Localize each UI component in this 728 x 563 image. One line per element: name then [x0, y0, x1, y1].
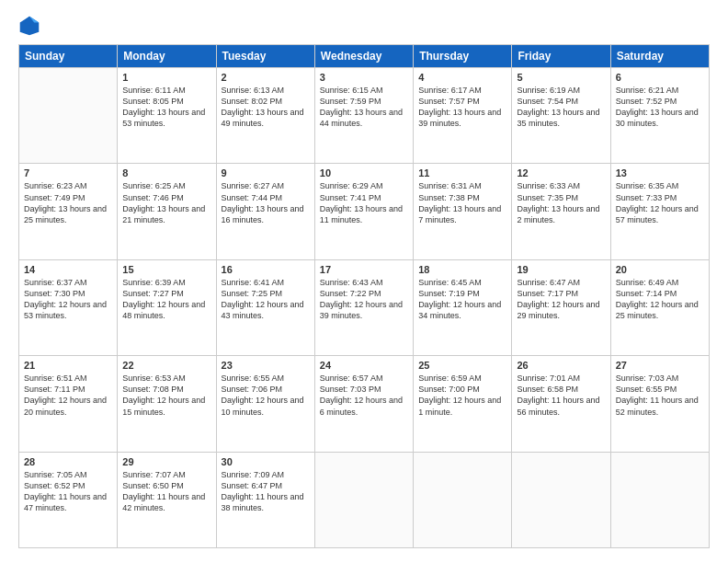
logo-icon	[18, 15, 40, 37]
day-number: 4	[418, 72, 506, 83]
page: SundayMondayTuesdayWednesdayThursdayFrid…	[0, 0, 728, 563]
weekday-header-tuesday: Tuesday	[216, 45, 314, 68]
day-cell: 25Sunrise: 6:59 AMSunset: 7:00 PMDayligh…	[414, 356, 512, 452]
day-number: 21	[24, 360, 112, 371]
day-number: 8	[122, 167, 210, 178]
day-info: Sunrise: 6:21 AMSunset: 7:52 PMDaylight:…	[616, 85, 704, 130]
day-cell: 26Sunrise: 7:01 AMSunset: 6:58 PMDayligh…	[512, 356, 610, 452]
day-info: Sunrise: 7:01 AMSunset: 6:58 PMDaylight:…	[517, 373, 605, 418]
day-info: Sunrise: 6:35 AMSunset: 7:33 PMDaylight:…	[616, 180, 704, 225]
day-number: 10	[320, 167, 408, 178]
day-cell	[512, 452, 610, 547]
day-info: Sunrise: 6:49 AMSunset: 7:14 PMDaylight:…	[616, 277, 704, 322]
week-row-4: 21Sunrise: 6:51 AMSunset: 7:11 PMDayligh…	[19, 356, 710, 452]
day-number: 24	[320, 360, 408, 371]
day-info: Sunrise: 6:19 AMSunset: 7:54 PMDaylight:…	[517, 85, 605, 130]
day-info: Sunrise: 6:45 AMSunset: 7:19 PMDaylight:…	[418, 277, 506, 322]
day-info: Sunrise: 7:05 AMSunset: 6:52 PMDaylight:…	[24, 469, 112, 514]
day-number: 30	[222, 456, 310, 467]
day-cell: 5Sunrise: 6:19 AMSunset: 7:54 PMDaylight…	[512, 68, 610, 164]
calendar-table: SundayMondayTuesdayWednesdayThursdayFrid…	[18, 44, 710, 548]
day-info: Sunrise: 6:47 AMSunset: 7:17 PMDaylight:…	[517, 277, 605, 322]
day-cell: 21Sunrise: 6:51 AMSunset: 7:11 PMDayligh…	[19, 356, 118, 452]
day-number: 16	[222, 264, 310, 275]
weekday-header-saturday: Saturday	[610, 45, 709, 68]
day-cell	[610, 452, 709, 547]
day-number: 5	[517, 72, 605, 83]
day-info: Sunrise: 6:15 AMSunset: 7:59 PMDaylight:…	[320, 85, 408, 130]
day-number: 23	[222, 360, 310, 371]
day-info: Sunrise: 6:59 AMSunset: 7:00 PMDaylight:…	[418, 373, 506, 418]
day-number: 7	[24, 167, 112, 178]
day-number: 9	[222, 167, 310, 178]
day-cell: 18Sunrise: 6:45 AMSunset: 7:19 PMDayligh…	[414, 259, 512, 355]
day-cell: 27Sunrise: 7:03 AMSunset: 6:55 PMDayligh…	[610, 356, 709, 452]
day-info: Sunrise: 6:25 AMSunset: 7:46 PMDaylight:…	[122, 180, 210, 225]
day-info: Sunrise: 7:09 AMSunset: 6:47 PMDaylight:…	[222, 469, 310, 514]
day-number: 13	[616, 167, 704, 178]
day-cell: 10Sunrise: 6:29 AMSunset: 7:41 PMDayligh…	[314, 164, 413, 259]
day-cell: 11Sunrise: 6:31 AMSunset: 7:38 PMDayligh…	[414, 164, 512, 259]
day-cell: 8Sunrise: 6:25 AMSunset: 7:46 PMDaylight…	[118, 164, 216, 259]
day-cell	[19, 68, 118, 164]
day-info: Sunrise: 6:41 AMSunset: 7:25 PMDaylight:…	[222, 277, 310, 322]
day-number: 12	[517, 167, 605, 178]
day-number: 26	[517, 360, 605, 371]
day-cell: 14Sunrise: 6:37 AMSunset: 7:30 PMDayligh…	[19, 259, 118, 355]
day-info: Sunrise: 6:39 AMSunset: 7:27 PMDaylight:…	[122, 277, 210, 322]
day-info: Sunrise: 7:07 AMSunset: 6:50 PMDaylight:…	[122, 469, 210, 514]
weekday-header-row: SundayMondayTuesdayWednesdayThursdayFrid…	[19, 45, 710, 68]
day-cell: 19Sunrise: 6:47 AMSunset: 7:17 PMDayligh…	[512, 259, 610, 355]
day-info: Sunrise: 6:11 AMSunset: 8:05 PMDaylight:…	[122, 85, 210, 130]
day-cell: 13Sunrise: 6:35 AMSunset: 7:33 PMDayligh…	[610, 164, 709, 259]
weekday-header-friday: Friday	[512, 45, 610, 68]
day-cell: 30Sunrise: 7:09 AMSunset: 6:47 PMDayligh…	[216, 452, 314, 547]
day-number: 14	[24, 264, 112, 275]
day-info: Sunrise: 6:29 AMSunset: 7:41 PMDaylight:…	[320, 180, 408, 225]
weekday-header-thursday: Thursday	[414, 45, 512, 68]
day-number: 6	[616, 72, 704, 83]
day-cell	[314, 452, 413, 547]
day-number: 20	[616, 264, 704, 275]
day-cell: 20Sunrise: 6:49 AMSunset: 7:14 PMDayligh…	[610, 259, 709, 355]
day-number: 29	[122, 456, 210, 467]
day-info: Sunrise: 7:03 AMSunset: 6:55 PMDaylight:…	[616, 373, 704, 418]
day-info: Sunrise: 6:51 AMSunset: 7:11 PMDaylight:…	[24, 373, 112, 418]
weekday-header-monday: Monday	[118, 45, 216, 68]
day-cell: 3Sunrise: 6:15 AMSunset: 7:59 PMDaylight…	[314, 68, 413, 164]
day-cell: 4Sunrise: 6:17 AMSunset: 7:57 PMDaylight…	[414, 68, 512, 164]
day-number: 2	[222, 72, 310, 83]
day-cell: 28Sunrise: 7:05 AMSunset: 6:52 PMDayligh…	[19, 452, 118, 547]
day-cell: 9Sunrise: 6:27 AMSunset: 7:44 PMDaylight…	[216, 164, 314, 259]
day-number: 27	[616, 360, 704, 371]
day-info: Sunrise: 6:43 AMSunset: 7:22 PMDaylight:…	[320, 277, 408, 322]
day-cell: 29Sunrise: 7:07 AMSunset: 6:50 PMDayligh…	[118, 452, 216, 547]
day-number: 22	[122, 360, 210, 371]
day-info: Sunrise: 6:33 AMSunset: 7:35 PMDaylight:…	[517, 180, 605, 225]
day-cell	[414, 452, 512, 547]
week-row-5: 28Sunrise: 7:05 AMSunset: 6:52 PMDayligh…	[19, 452, 710, 547]
week-row-3: 14Sunrise: 6:37 AMSunset: 7:30 PMDayligh…	[19, 259, 710, 355]
logo	[18, 15, 44, 37]
day-cell: 6Sunrise: 6:21 AMSunset: 7:52 PMDaylight…	[610, 68, 709, 164]
day-info: Sunrise: 6:53 AMSunset: 7:08 PMDaylight:…	[122, 373, 210, 418]
day-cell: 2Sunrise: 6:13 AMSunset: 8:02 PMDaylight…	[216, 68, 314, 164]
day-number: 1	[122, 72, 210, 83]
day-number: 11	[418, 167, 506, 178]
week-row-1: 1Sunrise: 6:11 AMSunset: 8:05 PMDaylight…	[19, 68, 710, 164]
day-info: Sunrise: 6:57 AMSunset: 7:03 PMDaylight:…	[320, 373, 408, 418]
day-cell: 1Sunrise: 6:11 AMSunset: 8:05 PMDaylight…	[118, 68, 216, 164]
day-number: 28	[24, 456, 112, 467]
day-number: 3	[320, 72, 408, 83]
day-info: Sunrise: 6:31 AMSunset: 7:38 PMDaylight:…	[418, 180, 506, 225]
day-number: 18	[418, 264, 506, 275]
day-info: Sunrise: 6:55 AMSunset: 7:06 PMDaylight:…	[222, 373, 310, 418]
day-cell: 15Sunrise: 6:39 AMSunset: 7:27 PMDayligh…	[118, 259, 216, 355]
day-number: 15	[122, 264, 210, 275]
weekday-header-wednesday: Wednesday	[314, 45, 413, 68]
day-cell: 24Sunrise: 6:57 AMSunset: 7:03 PMDayligh…	[314, 356, 413, 452]
day-number: 25	[418, 360, 506, 371]
day-number: 19	[517, 264, 605, 275]
day-cell: 16Sunrise: 6:41 AMSunset: 7:25 PMDayligh…	[216, 259, 314, 355]
day-cell: 17Sunrise: 6:43 AMSunset: 7:22 PMDayligh…	[314, 259, 413, 355]
